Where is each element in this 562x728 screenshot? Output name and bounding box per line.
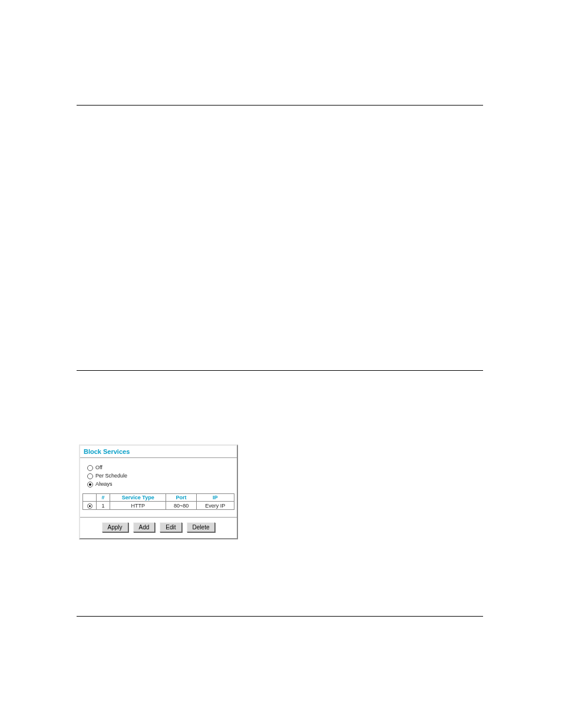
block-services-dialog: Block Services Off Per Schedule Always (79, 444, 238, 539)
mode-per-schedule-radio[interactable] (87, 473, 93, 479)
mid-rule (77, 370, 483, 371)
dialog-title: Block Services (80, 446, 237, 456)
delete-button[interactable]: Delete (187, 522, 216, 532)
mode-per-schedule-label: Per Schedule (95, 472, 127, 480)
mode-always-label: Always (95, 480, 113, 488)
mode-off-row[interactable]: Off (87, 464, 232, 472)
button-row: Apply Add Edit Delete (80, 522, 237, 538)
buttons-separator (80, 517, 237, 518)
edit-button[interactable]: Edit (160, 522, 181, 532)
row-select-radio[interactable] (87, 503, 92, 509)
row-select-cell[interactable] (83, 502, 97, 510)
mode-off-label: Off (95, 464, 103, 472)
bottom-rule (77, 616, 483, 617)
col-select (83, 494, 97, 502)
mode-per-schedule-row[interactable]: Per Schedule (87, 472, 232, 480)
row-ip: Every IP (196, 502, 234, 510)
mode-always-radio[interactable] (87, 482, 93, 487)
col-port: Port (166, 494, 196, 502)
add-button[interactable]: Add (133, 522, 156, 532)
service-table-header-row: # Service Type Port IP (83, 494, 234, 502)
row-num: 1 (97, 502, 110, 510)
row-service-type: HTTP (110, 502, 166, 510)
col-service-type: Service Type (110, 494, 166, 502)
service-table-wrap: # Service Type Port IP 1 HTTP 80~80 Ever… (80, 493, 237, 513)
col-ip: IP (196, 494, 234, 502)
row-port: 80~80 (166, 502, 196, 510)
apply-button[interactable]: Apply (102, 522, 128, 532)
mode-off-radio[interactable] (87, 465, 93, 471)
mode-radio-group: Off Per Schedule Always (80, 464, 237, 493)
col-num: # (97, 494, 110, 502)
top-rule (77, 105, 483, 106)
title-separator (80, 457, 237, 458)
service-table: # Service Type Port IP 1 HTTP 80~80 Ever… (82, 493, 234, 510)
table-row[interactable]: 1 HTTP 80~80 Every IP (83, 502, 234, 510)
mode-always-row[interactable]: Always (87, 480, 232, 488)
